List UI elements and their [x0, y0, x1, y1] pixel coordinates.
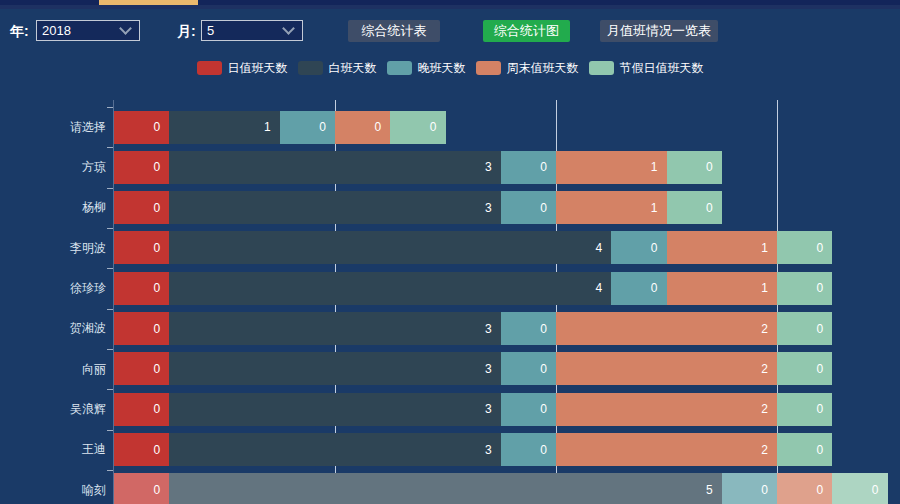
bar-segment[interactable]: 0: [114, 111, 169, 144]
bar-value-label: 0: [154, 160, 161, 174]
bar-value-label: 1: [651, 160, 658, 174]
bar-value-label: 0: [154, 402, 161, 416]
bar-segment[interactable]: 0: [501, 312, 556, 345]
bar-segment[interactable]: 0: [667, 151, 722, 184]
bar-segment[interactable]: 5: [169, 473, 722, 504]
bar-segment[interactable]: 0: [114, 272, 169, 305]
bar-row: 01000: [114, 111, 446, 144]
bar-segment[interactable]: 0: [667, 191, 722, 224]
category-label: 请选择: [0, 107, 106, 147]
bar-segment[interactable]: 0: [114, 352, 169, 385]
bar-value-label: 3: [485, 402, 492, 416]
bar-value-label: 4: [596, 281, 603, 295]
bar-value-label: 0: [540, 362, 547, 376]
bar-value-label: 0: [154, 362, 161, 376]
bar-segment[interactable]: 0: [114, 393, 169, 426]
bar-segment[interactable]: 0: [777, 272, 832, 305]
y-axis-tick: [107, 107, 113, 108]
bar-value-label: 0: [154, 322, 161, 336]
bar-segment[interactable]: 0: [777, 352, 832, 385]
bar-segment[interactable]: 0: [611, 272, 666, 305]
bar-segment[interactable]: 2: [556, 393, 777, 426]
bar-segment[interactable]: 2: [556, 312, 777, 345]
category-label: 杨柳: [0, 188, 106, 228]
bar-segment[interactable]: 3: [169, 352, 501, 385]
bar-value-label: 0: [817, 322, 824, 336]
bar-value-label: 2: [761, 443, 768, 457]
bar-value-label: 0: [706, 201, 713, 215]
bar-segment[interactable]: 3: [169, 433, 501, 466]
bar-value-label: 0: [154, 483, 161, 497]
bar-segment[interactable]: 1: [556, 151, 667, 184]
bar-segment[interactable]: 2: [556, 352, 777, 385]
category-label: 李明波: [0, 228, 106, 268]
bar-segment[interactable]: 0: [114, 473, 169, 504]
bar-segment[interactable]: 4: [169, 231, 611, 264]
bar-segment[interactable]: 0: [390, 111, 445, 144]
y-axis-tick: [107, 349, 113, 350]
bar-segment[interactable]: 0: [501, 393, 556, 426]
bar-segment[interactable]: 0: [501, 191, 556, 224]
bar-segment[interactable]: 0: [114, 151, 169, 184]
bar-value-label: 0: [154, 120, 161, 134]
bar-segment[interactable]: 0: [777, 433, 832, 466]
bar-segment[interactable]: 1: [169, 111, 280, 144]
bar-segment[interactable]: 3: [169, 312, 501, 345]
bar-value-label: 3: [485, 201, 492, 215]
stacked-bar-chart: 请选择01000方琼03010杨柳03010李明波04010徐珍珍04010贺湘…: [0, 0, 900, 504]
bar-segment[interactable]: 3: [169, 393, 501, 426]
bar-row: 03020: [114, 312, 832, 345]
bar-segment[interactable]: 0: [280, 111, 335, 144]
bar-segment[interactable]: 0: [722, 473, 777, 504]
category-label: 方琼: [0, 147, 106, 187]
bar-segment[interactable]: 4: [169, 272, 611, 305]
bar-segment[interactable]: 2: [556, 433, 777, 466]
bar-segment[interactable]: 1: [667, 272, 778, 305]
bar-segment[interactable]: 0: [777, 231, 832, 264]
bar-segment[interactable]: 0: [611, 231, 666, 264]
bar-segment[interactable]: 0: [335, 111, 390, 144]
bar-segment[interactable]: 0: [777, 312, 832, 345]
bar-segment[interactable]: 0: [501, 433, 556, 466]
bar-value-label: 0: [540, 160, 547, 174]
bar-row: 04010: [114, 231, 832, 264]
bar-value-label: 0: [154, 443, 161, 457]
bar-segment[interactable]: 0: [777, 473, 832, 504]
bar-segment[interactable]: 0: [501, 352, 556, 385]
bar-value-label: 0: [651, 281, 658, 295]
bar-value-label: 0: [540, 322, 547, 336]
bar-segment[interactable]: 3: [169, 191, 501, 224]
y-axis-tick: [107, 268, 113, 269]
bar-segment[interactable]: 0: [114, 231, 169, 264]
y-axis-tick: [107, 309, 113, 310]
bar-row: 05000: [114, 473, 888, 504]
bar-segment[interactable]: 0: [114, 433, 169, 466]
bar-value-label: 5: [706, 483, 713, 497]
bar-segment[interactable]: 0: [114, 191, 169, 224]
bar-value-label: 2: [761, 362, 768, 376]
bar-segment[interactable]: 1: [556, 191, 667, 224]
bar-value-label: 0: [375, 120, 382, 134]
bar-segment[interactable]: 0: [501, 151, 556, 184]
bar-segment[interactable]: 1: [667, 231, 778, 264]
bar-segment[interactable]: 3: [169, 151, 501, 184]
bar-value-label: 4: [596, 241, 603, 255]
bar-value-label: 0: [817, 402, 824, 416]
y-axis-tick: [107, 389, 113, 390]
bar-segment[interactable]: 0: [832, 473, 887, 504]
bar-segment[interactable]: 0: [777, 393, 832, 426]
category-label: 向丽: [0, 349, 106, 389]
bar-value-label: 2: [761, 402, 768, 416]
bar-value-label: 3: [485, 362, 492, 376]
bar-row: 03020: [114, 433, 832, 466]
y-axis-tick: [107, 470, 113, 471]
bar-value-label: 3: [485, 160, 492, 174]
bar-row: 03010: [114, 151, 722, 184]
bar-row: 03020: [114, 352, 832, 385]
bar-value-label: 0: [319, 120, 326, 134]
bar-segment[interactable]: 0: [114, 312, 169, 345]
bar-value-label: 0: [817, 443, 824, 457]
bar-value-label: 0: [706, 160, 713, 174]
bar-value-label: 0: [817, 281, 824, 295]
category-label: 贺湘波: [0, 309, 106, 349]
